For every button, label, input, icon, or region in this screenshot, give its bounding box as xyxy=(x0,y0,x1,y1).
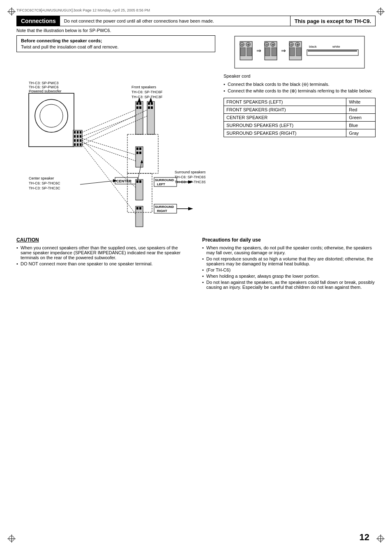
svg-rect-10 xyxy=(74,139,76,142)
svg-text:RIGHT: RIGHT xyxy=(157,209,167,213)
svg-rect-94 xyxy=(272,48,277,56)
svg-rect-59 xyxy=(139,207,141,210)
svg-rect-8 xyxy=(77,135,78,138)
svg-rect-83 xyxy=(240,48,245,56)
wiring-diagram: Powered subwoofer TH-C6: SP-PWC6 TH-C3: … xyxy=(16,56,215,229)
svg-line-75 xyxy=(80,181,114,184)
svg-text:TH-C6: SP-PWC6: TH-C6: SP-PWC6 xyxy=(29,85,59,89)
table-row: CENTER SPEAKERGreen xyxy=(224,114,376,122)
svg-text:Front speakers: Front speakers xyxy=(131,85,157,89)
svg-rect-15 xyxy=(80,143,81,146)
header-bar: Connections Do not connect the power cor… xyxy=(16,16,376,26)
svg-text:TH-C3: SP-THC3F: TH-C3: SP-THC3F xyxy=(131,95,163,99)
svg-rect-91 xyxy=(265,48,270,56)
precautions-title: Precautions for daily use xyxy=(202,237,376,243)
speaker-name: SURROUND SPEAKERS (LEFT) xyxy=(224,122,346,129)
svg-rect-25 xyxy=(136,102,138,105)
speaker-color: Red xyxy=(346,106,376,114)
bullet-list: Connect the black cords to the black (⊖)… xyxy=(224,82,376,94)
svg-text:TH-C6: SP-THC6F: TH-C6: SP-THC6F xyxy=(131,90,163,94)
svg-rect-43 xyxy=(136,152,138,154)
table-row: FRONT SPEAKERS (LEFT)White xyxy=(224,98,376,106)
circle-mark-bl xyxy=(9,536,14,541)
svg-line-35 xyxy=(82,116,136,136)
svg-text:SURROUND: SURROUND xyxy=(155,205,174,209)
svg-text:TH-C6:    SP-THC6S: TH-C6: SP-THC6S xyxy=(175,175,205,179)
file-info: TIFC3C6C7C9[AUWUSUNUGUX].book Page 12 Mo… xyxy=(16,8,376,12)
table-row: SURROUND SPEAKERS (LEFT)Blue xyxy=(224,122,376,129)
svg-text:Surround speakers: Surround speakers xyxy=(175,170,205,174)
before-box-text: Twist and pull the insulation coat off a… xyxy=(21,44,211,49)
svg-rect-102 xyxy=(296,48,301,56)
svg-rect-27 xyxy=(136,106,138,109)
header-except: This page is except for TH-C9. xyxy=(291,16,375,26)
svg-text:⊖: ⊖ xyxy=(241,43,244,46)
connections-label: Connections xyxy=(17,16,60,26)
svg-rect-12 xyxy=(80,139,81,142)
svg-text:Center speaker: Center speaker xyxy=(29,176,54,180)
svg-text:⊕: ⊕ xyxy=(272,43,274,46)
page-number: 12 xyxy=(360,532,369,543)
speaker-color: Gray xyxy=(346,129,376,137)
svg-marker-68 xyxy=(188,207,193,210)
svg-rect-9 xyxy=(80,135,81,138)
svg-rect-31 xyxy=(151,102,153,105)
svg-rect-26 xyxy=(139,102,141,105)
speaker-name: FRONT SPEAKERS (LEFT) xyxy=(224,98,346,106)
svg-text:⊕: ⊕ xyxy=(296,43,299,46)
svg-rect-32 xyxy=(148,106,150,109)
main-content: Before connecting the speaker cords; Twi… xyxy=(16,35,376,229)
table-row: FRONT SPEAKERS (RIGHT)Red xyxy=(224,106,376,114)
svg-text:SURROUND: SURROUND xyxy=(155,178,174,182)
table-row: SURROUND SPEAKERS (RIGHT)Gray xyxy=(224,129,376,137)
svg-text:⊖: ⊖ xyxy=(265,43,268,46)
bullet-item-1: Connect the black cords to the black (⊖)… xyxy=(224,82,376,87)
speaker-name: SURROUND SPEAKERS (RIGHT) xyxy=(224,129,346,137)
svg-text:white: white xyxy=(332,45,340,48)
svg-rect-6 xyxy=(80,131,81,134)
svg-rect-7 xyxy=(74,135,76,138)
svg-rect-28 xyxy=(139,106,141,109)
speaker-color: White xyxy=(346,98,376,106)
precaution-item: When moving the speakers, do not pull th… xyxy=(202,245,376,255)
note-illustration: Note that the illustration below is for … xyxy=(16,28,376,33)
bullet-item-2: Connect the white cords to the (⊕) termi… xyxy=(224,88,376,94)
svg-rect-11 xyxy=(77,139,78,142)
svg-rect-14 xyxy=(77,143,78,146)
svg-text:TH-C3:    SP-THC3S: TH-C3: SP-THC3S xyxy=(175,180,205,184)
caution-list: When you connect speakers other than the… xyxy=(16,245,190,266)
svg-text:black: black xyxy=(309,45,317,48)
caution-item: When you connect speakers other than the… xyxy=(16,245,190,260)
cord-label: Speaker cord xyxy=(224,74,376,78)
caution-title: CAUTION xyxy=(16,237,190,243)
svg-point-2 xyxy=(40,104,63,127)
circle-mark-tr xyxy=(378,9,383,14)
svg-text:⇒: ⇒ xyxy=(256,47,261,54)
svg-text:⇒: ⇒ xyxy=(281,47,286,54)
header-note: Do not connect the power cord until all … xyxy=(60,16,291,26)
speaker-name: FRONT SPEAKERS (RIGHT) xyxy=(224,106,346,114)
svg-rect-13 xyxy=(74,143,76,146)
speaker-color: Green xyxy=(346,114,376,122)
speaker-color: Blue xyxy=(346,122,376,129)
circle-mark-tl xyxy=(9,9,14,14)
svg-text:⊕: ⊕ xyxy=(247,43,250,46)
circle-mark-br xyxy=(378,536,383,541)
svg-line-34 xyxy=(82,110,136,132)
caution-section: CAUTION When you connect speakers other … xyxy=(16,237,190,294)
svg-rect-44 xyxy=(139,152,141,154)
svg-line-50 xyxy=(82,143,136,161)
svg-rect-58 xyxy=(136,207,138,210)
svg-text:⊖: ⊖ xyxy=(290,43,293,46)
svg-rect-4 xyxy=(74,131,76,134)
svg-rect-86 xyxy=(247,48,252,56)
speaker-cord-diagram: ⊖ ⊕ ⇒ ⊖ ⊕ ⇒ xyxy=(224,35,376,70)
caution-item: DO NOT connect more than one speaker to … xyxy=(16,261,190,266)
svg-rect-52 xyxy=(136,180,138,183)
before-box-title: Before connecting the speaker cords; xyxy=(21,38,211,43)
svg-rect-30 xyxy=(148,102,150,105)
left-section: Before connecting the speaker cords; Twi… xyxy=(16,35,215,229)
bottom-sections: CAUTION When you connect speakers other … xyxy=(16,237,376,294)
svg-rect-5 xyxy=(77,131,78,134)
svg-rect-33 xyxy=(151,106,153,109)
